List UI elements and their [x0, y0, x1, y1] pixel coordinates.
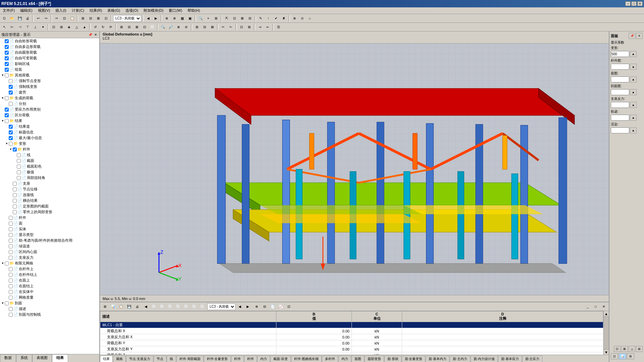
bt-2[interactable]: 📊 [109, 303, 117, 310]
bt-9[interactable]: ⬜ [166, 303, 174, 310]
tb-next-lc[interactable]: ▶ [152, 15, 160, 22]
menu-calc[interactable]: 计算(C) [70, 8, 86, 13]
track-input[interactable] [611, 115, 629, 121]
bottom-tab-4[interactable]: 线 [167, 356, 176, 362]
bottom-tab-8[interactable]: 杆件 [244, 356, 257, 362]
tb-c2[interactable]: ↑ [265, 15, 272, 22]
member-diagram-input[interactable] [611, 64, 629, 70]
bt-18[interactable]: ⊡ [285, 303, 292, 310]
tb-d1[interactable]: ⊕ [291, 15, 298, 22]
menu-edit[interactable]: 编辑(E) [19, 8, 34, 13]
bottom-tab-9[interactable]: 内力 [257, 356, 270, 362]
bottom-tab-18[interactable]: 面·基本内力 [426, 356, 449, 362]
tb2-27[interactable]: ✂ [219, 23, 227, 31]
tree-item-33[interactable]: 📄实体 [0, 226, 99, 232]
table-scrollbar[interactable]: ▲ ▼ [603, 311, 609, 355]
minimize-button[interactable]: − [625, 1, 631, 6]
scroll-track[interactable] [604, 316, 609, 349]
nav-tab-system[interactable]: 系统 [16, 354, 32, 362]
tb-save[interactable]: 💾 [16, 15, 23, 22]
tb2-12[interactable]: ↺ [92, 23, 99, 31]
tree-item-27[interactable]: 📄连接线 [0, 192, 99, 198]
section-spin[interactable]: ▲ [630, 89, 637, 95]
tree-item-24[interactable]: 📄局部扭转角 [0, 175, 99, 181]
bt-next[interactable]: ▶ [244, 303, 252, 310]
tb2-19[interactable]: ⬜ [149, 23, 156, 31]
nav-tab-results[interactable]: 结果 [52, 354, 68, 362]
tree-item-34[interactable]: 📄显示类型 [0, 232, 99, 238]
rp-bot-2[interactable]: ⊠ [621, 346, 628, 352]
rp-bot-4[interactable]: ⊞ [636, 346, 643, 352]
support-reaction-input[interactable] [611, 102, 629, 108]
tb2-1[interactable]: ↖ [1, 23, 8, 31]
tb2-6[interactable]: ✦ [39, 23, 47, 31]
tb-btn3[interactable]: ⊠ [95, 15, 102, 22]
tree-item-25[interactable]: 📄支座 [0, 181, 99, 186]
table-row-0[interactable]: ⊞LC1 - 自重 [100, 322, 603, 328]
bt-close[interactable]: ✕ [600, 303, 607, 310]
tree-item-8[interactable]: 📄强制线变形 [0, 84, 99, 89]
tb-c1[interactable]: ✎ [257, 15, 264, 22]
bt-6[interactable]: ◀ [142, 303, 150, 310]
tb2-14[interactable]: ⟳ [107, 23, 114, 31]
rp-action-1[interactable]: ⊡ [611, 353, 618, 359]
tree-item-41[interactable]: 📄在杆件结上 [0, 272, 99, 278]
tb-b4[interactable]: ⊟ [246, 15, 254, 22]
menu-modules[interactable]: 附加模块(D) [142, 8, 165, 13]
bt-prev[interactable]: ◀ [236, 303, 244, 310]
tree-item-45[interactable]: 📄网格质量 [0, 295, 99, 300]
tree-item-22[interactable]: 📄截面彩色 [0, 164, 99, 169]
tree-item-9[interactable]: 📄疲劳 [0, 89, 99, 95]
tb2-29[interactable]: ⊡ [238, 23, 245, 31]
tb-b3[interactable]: ⊠ [238, 15, 246, 22]
bt-13[interactable]: ⬜ [199, 303, 206, 310]
tb2-4[interactable]: ⊤ [24, 23, 31, 31]
tb-d3[interactable]: ⌂ [306, 15, 314, 22]
tb-a3[interactable]: ⊞ [212, 15, 220, 22]
tree-item-40[interactable]: 📄在杆件上 [0, 266, 99, 272]
tree-item-48[interactable]: 📄剖面与控制线 [0, 312, 99, 317]
tb-b2[interactable]: ⊡ [231, 15, 238, 22]
bottom-tab-6[interactable]: 杆件·全量变形 [204, 356, 231, 362]
rp-bot-3[interactable]: △ [629, 346, 635, 352]
tree-item-39[interactable]: ▼📁有限元网格 [0, 260, 99, 266]
tb-print[interactable]: 🖨 [24, 15, 31, 22]
menu-help[interactable]: 帮助(H) [186, 8, 201, 13]
menu-file[interactable]: 文件(F) [1, 8, 16, 13]
table-row-3[interactable]: 荷载总和 Y 0.00 kN [100, 340, 603, 346]
bottom-tab-21[interactable]: 面·基本应力 [498, 356, 522, 362]
tree-item-1[interactable]: 📄自由多边形荷载 [0, 44, 99, 50]
tb2-20[interactable]: 🔍 [159, 23, 167, 31]
tree-item-23[interactable]: 📄极值 [0, 169, 99, 175]
bt-7[interactable]: ⬜ [150, 303, 158, 310]
member-diagram-spin[interactable]: ▲ [630, 64, 637, 70]
menu-results[interactable]: 结果(R) [88, 8, 103, 13]
bottom-tab-12[interactable]: 多杆件 [322, 356, 338, 362]
tree-item-13[interactable]: 📄区分荷载 [0, 112, 99, 118]
tree-item-21[interactable]: 📄截面 [0, 158, 99, 164]
rp-close[interactable]: ✕ [636, 33, 643, 39]
tb-redo[interactable]: ↪ [42, 15, 50, 22]
bt-4[interactable]: 💾 [125, 303, 133, 310]
tb-c4[interactable]: ✘ [280, 15, 287, 22]
tree-item-47[interactable]: 📄描述 [0, 306, 99, 312]
tb2-31[interactable]: ⇝ [256, 23, 264, 31]
tb2-11[interactable]: ▲ [81, 23, 88, 31]
scroll-up[interactable]: ▲ [604, 311, 609, 316]
tb2-2[interactable]: ⊢ [8, 23, 16, 31]
nav-tab-data[interactable]: 数据 [0, 354, 16, 362]
bottom-tab-16[interactable]: 面·形状 [384, 356, 401, 362]
bottom-tab-11[interactable]: 杆件·图曲线长细 [291, 356, 322, 362]
tb-open[interactable]: 📂 [8, 15, 16, 22]
tb-a2[interactable]: ⌖ [205, 15, 212, 22]
menu-options[interactable]: 选项(O) [124, 8, 140, 13]
panel-close[interactable]: ✕ [93, 33, 98, 37]
menu-table[interactable]: 表格(G) [106, 8, 121, 13]
surface-spin[interactable]: ▲ [630, 76, 637, 82]
tree-item-16[interactable]: 📄标题信息 [0, 129, 99, 135]
tree-item-26[interactable]: 📄节点位移 [0, 186, 99, 192]
tree-item-2[interactable]: 📄自由圆形荷载 [0, 50, 99, 55]
tb-new[interactable]: 🗋 [1, 15, 8, 22]
bt-8[interactable]: ⬜ [158, 303, 166, 310]
tb-c3[interactable]: ✔ [272, 15, 280, 22]
